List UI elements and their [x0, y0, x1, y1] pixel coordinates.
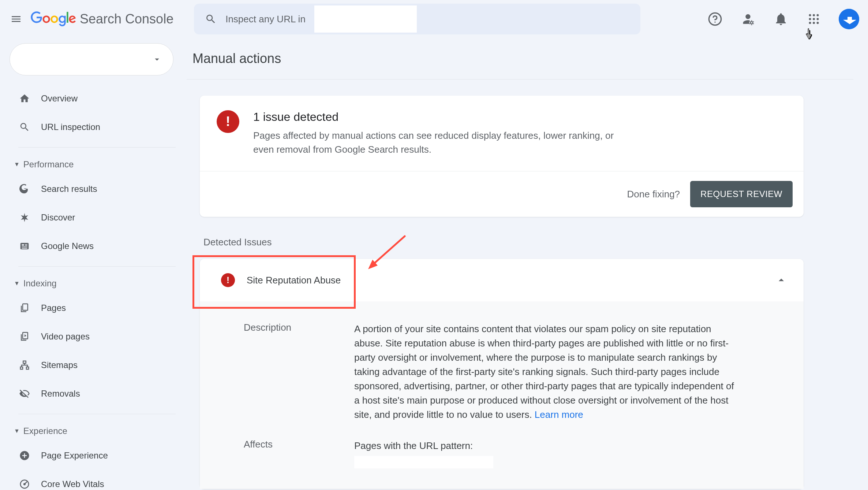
sidebar-item-label: Removals — [41, 389, 80, 399]
svg-point-3 — [809, 14, 811, 16]
sidebar-item-google-news[interactable]: Google News — [7, 232, 176, 260]
sidebar-item-label: Google News — [41, 241, 94, 251]
svg-rect-19 — [23, 304, 28, 311]
chevron-up-icon — [775, 274, 787, 286]
svg-point-10 — [813, 22, 815, 24]
svg-rect-22 — [20, 367, 23, 369]
help-button[interactable] — [707, 11, 723, 27]
sidebar-item-page-experience[interactable]: Page Experience — [7, 441, 176, 470]
svg-rect-14 — [22, 244, 24, 246]
sidebar-item-core-web-vitals[interactable]: Core Web Vitals — [7, 470, 176, 490]
sidebar-item-label: Page Experience — [41, 450, 108, 461]
news-icon — [18, 240, 31, 252]
svg-point-1 — [714, 22, 715, 23]
svg-point-6 — [809, 18, 811, 20]
sidebar-group-performance[interactable]: ▼Performance — [7, 154, 176, 175]
sidebar-item-pages[interactable]: Pages — [7, 294, 176, 322]
sitemap-icon — [18, 359, 31, 371]
error-icon: ! — [221, 273, 235, 287]
user-settings-icon — [741, 12, 755, 26]
sidebar-item-label: Pages — [41, 303, 66, 313]
account-avatar[interactable] — [839, 9, 859, 29]
apps-button[interactable] — [806, 11, 822, 27]
detected-issues-label: Detected Issues — [203, 237, 804, 248]
svg-point-5 — [817, 14, 819, 16]
sidebar-item-search-results[interactable]: Search results — [7, 175, 176, 203]
svg-point-2 — [751, 22, 753, 24]
detected-issue-body: Description A portion of your site conta… — [200, 301, 804, 489]
redacted-url-pattern — [354, 456, 493, 468]
bell-icon — [774, 12, 788, 26]
triangle-down-icon: ▼ — [14, 280, 20, 287]
sidebar-item-label: Sitemaps — [41, 360, 78, 370]
search-placeholder-prefix: Inspect any URL in — [225, 14, 306, 25]
redacted-property-name — [314, 5, 417, 33]
pages-icon — [18, 302, 31, 314]
svg-rect-18 — [25, 245, 27, 246]
sidebar-nav: OverviewURL inspection▼PerformanceSearch… — [7, 84, 176, 490]
issue-name: Site Reputation Abuse — [247, 275, 341, 286]
gauge-icon — [18, 478, 31, 490]
sidebar-item-label: URL inspection — [41, 122, 100, 132]
sidebar-item-discover[interactable]: Discover — [7, 203, 176, 232]
triangle-down-icon: ▼ — [14, 428, 20, 434]
eye-off-icon — [18, 387, 31, 400]
summary-title: 1 issue detected — [253, 110, 626, 124]
svg-point-26 — [24, 483, 25, 485]
error-icon: ! — [217, 110, 239, 133]
detected-issue-card: ! Site Reputation Abuse Description A po… — [200, 259, 804, 489]
app-name: Search Console — [80, 11, 173, 27]
sidebar-item-removals[interactable]: Removals — [7, 379, 176, 408]
property-selector[interactable] — [10, 43, 173, 75]
circle-plus-icon — [18, 449, 31, 462]
svg-rect-23 — [26, 367, 29, 369]
sidebar-item-sitemaps[interactable]: Sitemaps — [7, 351, 176, 379]
triangle-down-icon: ▼ — [14, 161, 20, 168]
svg-point-9 — [809, 22, 811, 24]
apps-grid-icon — [807, 12, 820, 26]
sidebar-item-label: Overview — [41, 93, 78, 104]
svg-rect-16 — [22, 248, 27, 249]
svg-marker-28 — [368, 260, 378, 269]
app-header: Search Console Inspect any URL in — [0, 0, 868, 38]
notifications-button[interactable] — [773, 11, 789, 27]
sidebar-item-label: Search results — [41, 184, 97, 194]
manage-users-button[interactable] — [740, 11, 756, 27]
svg-rect-21 — [23, 361, 26, 363]
affects-text: Pages with the URL pattern: — [354, 439, 493, 468]
svg-rect-17 — [25, 244, 27, 245]
svg-rect-15 — [22, 246, 27, 247]
affects-label: Affects — [244, 439, 354, 468]
help-icon — [708, 12, 722, 26]
google-logo-icon — [31, 11, 76, 27]
learn-more-link[interactable]: Learn more — [535, 409, 583, 420]
page-title: Manual actions — [187, 38, 853, 79]
issue-summary-card: ! 1 issue detected Pages affected by man… — [200, 96, 804, 217]
svg-point-4 — [813, 14, 815, 16]
hamburger-icon — [10, 13, 22, 25]
svg-point-11 — [817, 22, 819, 24]
svg-point-8 — [817, 18, 819, 20]
menu-button[interactable] — [7, 10, 25, 28]
sidebar-item-video-pages[interactable]: Video pages — [7, 322, 176, 351]
video-icon — [18, 330, 31, 343]
chevron-down-icon — [152, 54, 162, 64]
sidebar-group-indexing[interactable]: ▼Indexing — [7, 273, 176, 294]
summary-description: Pages affected by manual actions can see… — [253, 129, 626, 156]
g-icon — [18, 183, 31, 195]
request-review-button[interactable]: REQUEST REVIEW — [690, 181, 793, 207]
issue-actions: Done fixing? REQUEST REVIEW — [200, 171, 804, 217]
sidebar-item-label: Discover — [41, 212, 75, 223]
url-inspect-search[interactable]: Inspect any URL in — [194, 4, 640, 34]
sidebar-group-experience[interactable]: ▼Experience — [7, 421, 176, 441]
sidebar-item-label: Core Web Vitals — [41, 479, 104, 489]
asterisk-icon — [18, 211, 31, 224]
search-icon — [205, 13, 217, 25]
sidebar: OverviewURL inspection▼PerformanceSearch… — [0, 38, 183, 490]
logo[interactable]: Search Console — [31, 11, 173, 27]
detected-issue-header[interactable]: ! Site Reputation Abuse — [200, 259, 804, 301]
sidebar-item-label: Video pages — [41, 331, 90, 342]
sidebar-item-overview[interactable]: Overview — [7, 84, 176, 113]
sidebar-item-url-inspection[interactable]: URL inspection — [7, 113, 176, 141]
home-icon — [18, 92, 31, 105]
